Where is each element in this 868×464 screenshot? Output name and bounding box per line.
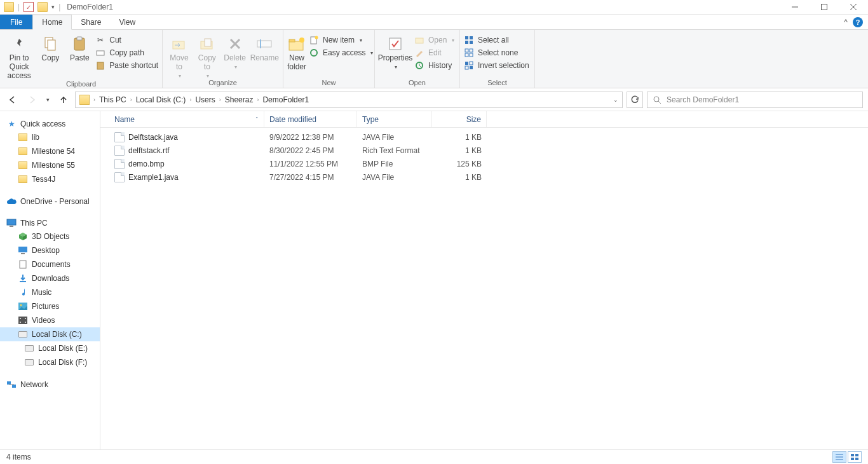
select-all-button[interactable]: Select all [464, 35, 529, 45]
network-icon [6, 379, 17, 390]
forward-button[interactable] [24, 92, 39, 107]
select-none-button[interactable]: Select none [464, 48, 529, 58]
label: Copy [41, 54, 59, 63]
column-header-date[interactable]: Date modified [264, 111, 357, 127]
file-name: Example1.java [128, 173, 179, 182]
svg-rect-36 [465, 66, 468, 69]
details-view-button[interactable] [832, 451, 846, 463]
column-headers: Name˄ Date modified Type Size [100, 111, 868, 128]
maximize-button[interactable] [810, 0, 839, 15]
sidebar-item-local-disk-f[interactable]: Local Disk (F:) [0, 355, 100, 369]
svg-rect-52 [25, 322, 26, 323]
sidebar-item[interactable]: Milestone 54 [0, 144, 100, 158]
svg-rect-54 [12, 385, 16, 388]
edit-button[interactable]: Edit [414, 48, 454, 58]
sidebar-item-videos[interactable]: Videos [0, 313, 100, 327]
recent-locations-button[interactable]: ▾ [43, 92, 52, 107]
breadcrumb-segment[interactable]: Users [195, 95, 215, 104]
tab-file[interactable]: File [0, 15, 32, 29]
pin-to-quick-access-button[interactable]: Pin to Quick access [4, 34, 34, 80]
back-button[interactable] [5, 92, 20, 107]
tab-view[interactable]: View [110, 15, 144, 29]
breadcrumb-segment[interactable]: DemoFolder1 [262, 95, 309, 104]
breadcrumb-segment[interactable]: Local Disk (C:) [136, 95, 186, 104]
file-list: Name˄ Date modified Type Size Delftstack… [100, 111, 868, 449]
minimize-ribbon-button[interactable]: ^ [844, 18, 848, 27]
column-header-size[interactable]: Size [432, 111, 487, 127]
sidebar-item-music[interactable]: Music [0, 285, 100, 299]
up-button[interactable] [56, 92, 71, 107]
sidebar-network[interactable]: Network [0, 378, 100, 391]
select-all-icon [464, 35, 474, 45]
copy-button[interactable]: Copy [37, 34, 64, 63]
svg-rect-15 [257, 41, 271, 47]
breadcrumb-segment[interactable]: This PC [99, 95, 126, 104]
qat-button[interactable]: ✓ [24, 2, 34, 12]
close-button[interactable] [839, 0, 868, 15]
tab-home[interactable]: Home [32, 15, 72, 30]
sidebar-item[interactable]: lib [0, 130, 100, 144]
sidebar-this-pc[interactable]: This PC [0, 217, 100, 229]
tab-share[interactable]: Share [72, 15, 110, 29]
navigation-bar: ▾ › This PC › Local Disk (C:) › Users › … [0, 88, 868, 111]
rename-button[interactable]: Rename [250, 34, 279, 63]
file-row[interactable]: demo.bmp11/1/2022 12:55 PMBMP File125 KB [109, 157, 868, 170]
chevron-right-icon[interactable]: › [219, 97, 221, 103]
folder-icon[interactable] [37, 2, 48, 12]
chevron-right-icon[interactable]: › [257, 97, 259, 103]
copy-to-button[interactable]: Copy to▾ [194, 34, 220, 79]
sidebar-item-documents[interactable]: Documents [0, 257, 100, 271]
svg-rect-24 [416, 38, 423, 43]
sidebar-onedrive[interactable]: OneDrive - Personal [0, 195, 100, 208]
svg-rect-40 [7, 219, 16, 225]
file-icon [114, 146, 125, 156]
qat-overflow[interactable]: ▾ [51, 4, 55, 10]
sidebar-item-downloads[interactable]: Downloads [0, 271, 100, 285]
sidebar-item-local-disk-e[interactable]: Local Disk (E:) [0, 341, 100, 355]
new-item-button[interactable]: New item▾ [309, 35, 373, 45]
search-box[interactable] [647, 92, 863, 108]
file-row[interactable]: delftstack.rtf8/30/2022 2:45 PMRich Text… [109, 144, 868, 157]
sidebar-item-local-disk-c[interactable]: Local Disk (C:) [0, 327, 100, 341]
sidebar-item-desktop[interactable]: Desktop [0, 243, 100, 257]
file-size: 1 KB [432, 146, 487, 155]
easy-access-button[interactable]: Easy access▾ [309, 48, 373, 58]
column-header-name[interactable]: Name˄ [109, 111, 264, 127]
copy-path-button[interactable]: Copy path [95, 48, 158, 58]
column-header-type[interactable]: Type [357, 111, 432, 127]
help-icon[interactable]: ? [853, 17, 863, 27]
sidebar-item-pictures[interactable]: Pictures [0, 299, 100, 313]
file-row[interactable]: Example1.java7/27/2022 4:15 PMJAVA File1… [109, 170, 868, 184]
invert-selection-button[interactable]: Invert selection [464, 60, 529, 71]
address-dropdown-button[interactable]: ⌄ [613, 97, 618, 103]
chevron-right-icon[interactable]: › [130, 97, 132, 103]
open-button[interactable]: Open▾ [414, 35, 454, 45]
minimize-button[interactable] [780, 0, 810, 15]
search-input[interactable] [667, 95, 857, 104]
svg-rect-42 [18, 247, 27, 252]
sidebar-item[interactable]: Tess4J [0, 172, 100, 186]
large-icons-view-button[interactable] [848, 451, 862, 463]
svg-rect-30 [465, 49, 468, 52]
star-icon: ★ [6, 119, 17, 129]
properties-button[interactable]: Properties▾ [379, 34, 412, 70]
new-folder-button[interactable]: New folder [287, 34, 306, 72]
paste-button[interactable]: Paste [66, 34, 93, 63]
history-button[interactable]: History [414, 60, 454, 71]
paste-shortcut-button[interactable]: Paste shortcut [95, 60, 158, 71]
sidebar-item[interactable]: Milestone 55 [0, 158, 100, 172]
breadcrumb-segment[interactable]: Sheeraz [225, 95, 254, 104]
invert-selection-icon [464, 60, 474, 71]
chevron-right-icon[interactable]: › [93, 97, 95, 103]
address-bar[interactable]: › This PC › Local Disk (C:) › Users › Sh… [75, 92, 623, 108]
move-to-button[interactable]: Move to▾ [166, 34, 192, 79]
navigation-pane[interactable]: ★Quick access lib Milestone 54 Milestone… [0, 111, 100, 449]
refresh-button[interactable] [627, 92, 643, 108]
delete-button[interactable]: Delete▾ [222, 34, 248, 70]
sidebar-quick-access[interactable]: ★Quick access [0, 118, 100, 130]
file-size: 125 KB [432, 160, 487, 168]
file-row[interactable]: Delftstack.java9/9/2022 12:38 PMJAVA Fil… [109, 130, 868, 144]
cut-button[interactable]: ✂Cut [95, 35, 158, 45]
chevron-right-icon[interactable]: › [189, 97, 191, 103]
sidebar-item-3d-objects[interactable]: 3D Objects [0, 229, 100, 243]
